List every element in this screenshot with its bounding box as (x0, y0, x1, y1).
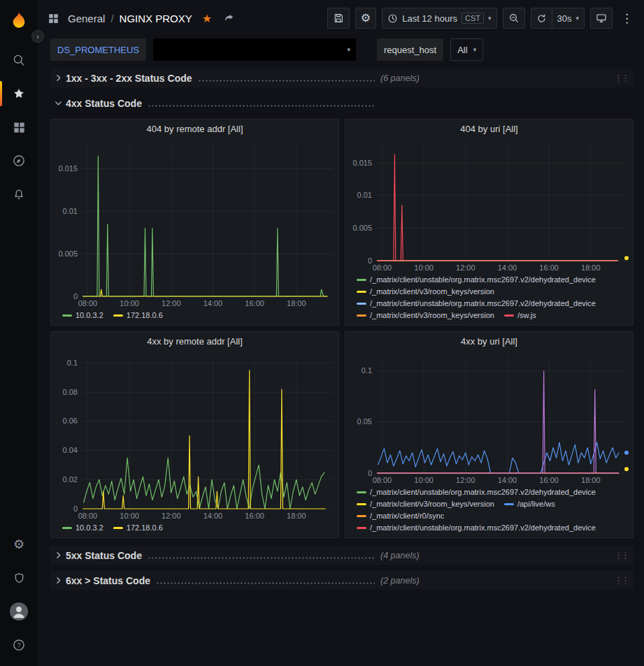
legend-color-marker (357, 303, 366, 305)
legend-label: /_matrix/client/unstable/org.matrix.msc2… (370, 275, 596, 285)
row-drag-handle[interactable]: ⋮⋮ (614, 73, 634, 83)
kebab-icon: ⋮ (621, 12, 633, 25)
gear-icon: ⚙ (13, 538, 24, 551)
sidebar-item-profile[interactable] (0, 595, 38, 628)
dotted-leader (148, 557, 375, 559)
dashboard-settings-button[interactable]: ⚙ (355, 8, 376, 29)
legend-item[interactable]: /_matrix/client/r0/sync (357, 511, 444, 521)
chevron-down-icon: ▾ (488, 15, 492, 22)
row-drag-handle[interactable]: ⋮⋮ (614, 575, 634, 586)
legend-item[interactable]: 10.0.3.2 (62, 523, 103, 533)
chevron-down-icon: ▾ (348, 46, 351, 53)
refresh-interval-dropdown[interactable]: 30s ▾ (552, 8, 585, 29)
sidebar-bottom: ⚙ ? (0, 528, 38, 666)
svg-text:10:00: 10:00 (120, 512, 139, 520)
legend-item[interactable]: /sw.js (504, 310, 536, 321)
request-host-variable-label[interactable]: request_host (377, 38, 443, 61)
row-title: 4xx Status Code (66, 98, 142, 109)
datasource-variable-label[interactable]: DS_PROMETHEUS (50, 38, 146, 61)
panel-legend: /_matrix/client/unstable/org.matrix.msc2… (345, 273, 633, 325)
tv-mode-button[interactable] (590, 8, 613, 29)
refresh-button[interactable] (531, 8, 552, 29)
svg-text:0: 0 (73, 292, 78, 301)
legend-color-marker (357, 291, 366, 293)
panel-chart[interactable]: 08:0010:0012:0014:0016:0018:0000.0050.01… (345, 138, 633, 273)
legend-color-marker (357, 515, 366, 517)
request-host-value-dropdown[interactable]: All ▾ (450, 38, 483, 61)
sidebar-expand-button[interactable]: › (31, 30, 44, 43)
panel-title[interactable]: 4xx by uri [All] (345, 332, 633, 350)
legend-color-marker (504, 314, 514, 317)
legend-color-marker (357, 491, 366, 493)
sidebar-item-dashboards[interactable] (0, 110, 38, 144)
refresh-interval-label: 30s (557, 13, 572, 24)
gear-icon: ⚙ (361, 13, 371, 24)
legend-item[interactable]: /api/live/ws (504, 499, 555, 509)
save-icon (333, 13, 344, 24)
row-4xx-status-code[interactable]: 4xx Status Code ⋮⋮ (50, 94, 634, 113)
chevron-down-icon: ▾ (575, 15, 579, 22)
share-icon[interactable] (223, 13, 235, 24)
sidebar-item-starred[interactable] (0, 77, 38, 110)
panel-title[interactable]: 4xx by remote addr [All] (51, 332, 338, 350)
svg-text:16:00: 16:00 (539, 476, 559, 484)
panel-chart[interactable]: 08:0010:0012:0014:0016:0018:0000.020.040… (51, 350, 338, 521)
svg-text:0.02: 0.02 (63, 475, 78, 484)
apps-grid-icon (48, 13, 59, 24)
sidebar-item-alerting[interactable] (0, 178, 38, 211)
datasource-value-dropdown[interactable]: ▾ (153, 38, 356, 61)
sidebar-item-security[interactable] (0, 561, 38, 595)
request-host-value: All (457, 45, 467, 55)
sidebar-item-explore[interactable] (0, 144, 38, 178)
legend-label: /sw.js (517, 310, 536, 321)
zoom-out-button[interactable] (503, 8, 525, 29)
page-title[interactable]: NGINX PROXY (120, 13, 192, 24)
panel-chart[interactable]: 08:0010:0012:0014:0016:0018:0000.050.1 (345, 350, 633, 486)
variables-submenu: DS_PROMETHEUS ▾ request_host All ▾ (38, 36, 644, 63)
dotted-leader (156, 582, 375, 584)
legend-item[interactable]: 172.18.0.6 (113, 523, 163, 533)
legend-item[interactable]: /_matrix/client/unstable/org.matrix.msc2… (357, 298, 596, 309)
svg-text:0.01: 0.01 (63, 207, 78, 215)
legend-item[interactable]: 10.0.3.2 (62, 310, 103, 321)
sidebar-item-search[interactable] (0, 43, 38, 77)
legend-color-marker (113, 527, 123, 529)
svg-text:12:00: 12:00 (456, 263, 475, 272)
legend-color-marker (357, 314, 366, 317)
bell-icon (12, 187, 26, 201)
svg-text:10:00: 10:00 (414, 263, 434, 272)
save-dashboard-button[interactable] (327, 8, 350, 29)
legend-label: /_matrix/client/v3/room_keys/version (370, 287, 494, 297)
legend-item[interactable]: /_matrix/client/v3/room_keys/version (357, 499, 494, 509)
avatar (10, 602, 28, 621)
legend-item[interactable]: /_matrix/client/unstable/org.matrix.msc2… (357, 487, 596, 498)
person-icon (10, 602, 28, 621)
legend-color-marker (504, 503, 514, 505)
svg-text:0: 0 (368, 469, 372, 477)
more-options-button[interactable]: ⋮ (618, 11, 636, 26)
legend-item[interactable]: 172.18.0.6 (113, 310, 163, 321)
breadcrumb-section[interactable]: General (68, 13, 105, 24)
legend-item[interactable]: /_matrix/client/unstable/org.matrix.msc2… (357, 523, 596, 533)
svg-text:0.06: 0.06 (63, 417, 78, 425)
row-drag-handle[interactable]: ⋮⋮ (614, 550, 634, 560)
legend-label: 172.18.0.6 (127, 310, 163, 321)
panel-title[interactable]: 404 by remote addr [All] (51, 120, 338, 138)
legend-item[interactable]: /_matrix/client/v3/room_keys/version (357, 310, 494, 321)
legend-item[interactable]: /_matrix/client/v3/room_keys/version (357, 287, 494, 297)
panel-legend: /_matrix/client/unstable/org.matrix.msc2… (345, 486, 633, 537)
chevron-down-icon (50, 99, 66, 108)
sidebar-item-settings[interactable]: ⚙ (0, 528, 38, 561)
panel-chart[interactable]: 08:0010:0012:0014:0016:0018:0000.0050.01… (51, 138, 338, 309)
legend-item[interactable]: /_matrix/client/unstable/org.matrix.msc2… (357, 275, 596, 285)
svg-text:10:00: 10:00 (120, 299, 139, 307)
breadcrumb-separator: / (110, 13, 113, 24)
legend-color-marker (113, 314, 123, 317)
row-5xx-status-code[interactable]: 5xx Status Code (4 panels) ⋮⋮ (50, 546, 634, 565)
time-range-picker[interactable]: Last 12 hours CST ▾ (382, 8, 496, 29)
panel-title[interactable]: 404 by uri [All] (345, 120, 633, 138)
row-1xx-3xx-2xx-status-code[interactable]: 1xx - 3xx - 2xx Status Code (6 panels) ⋮… (50, 68, 634, 87)
row-6xx-status-code[interactable]: 6xx > Status Code (2 panels) ⋮⋮ (50, 571, 634, 590)
favorite-star-icon[interactable]: ★ (202, 12, 212, 25)
sidebar-item-help[interactable]: ? (0, 628, 38, 662)
